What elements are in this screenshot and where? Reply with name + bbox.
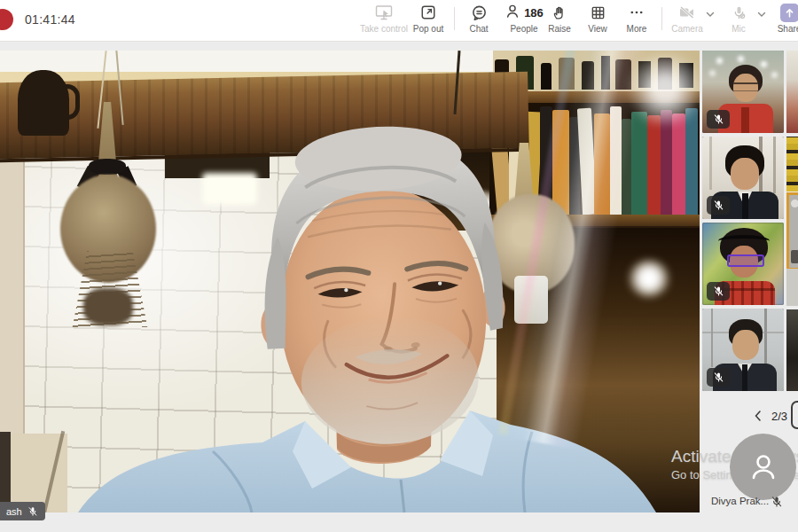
recording-dot-icon [0,9,13,30]
participant-tile-2[interactable] [702,137,784,219]
chat-icon [471,3,488,22]
camera-off-icon [678,3,696,22]
participant-tile-active-speaker[interactable] [786,192,798,270]
mic-muted-icon [707,110,730,129]
more-label: More [627,24,647,34]
people-icon [505,4,520,22]
share-label: Share [778,24,798,34]
meeting-toolbar: 01:41:44 Take control Pop out [0,0,798,42]
share-screen-icon [780,4,798,22]
mic-options-chevron-icon[interactable] [755,9,768,21]
mic-button[interactable]: Mic [720,3,757,39]
mic-muted-icon [27,506,38,517]
share-button[interactable]: Share [770,3,798,39]
main-video-tile [0,51,700,512]
person-icon [744,448,783,487]
page-indicator: 2/3 [771,410,787,423]
speaker-name-tag: ash [0,502,45,520]
participant-tile-4[interactable] [702,309,784,391]
previous-page-chevron-icon[interactable] [752,409,764,423]
more-ellipsis-icon [629,3,645,22]
view-grid-icon [591,3,606,22]
chat-label: Chat [469,24,488,34]
chat-button[interactable]: Chat [459,3,498,39]
mic-muted-icon [771,496,783,508]
participant-tile-overflow-1[interactable] [786,51,798,133]
pop-out-label: Pop out [413,24,443,34]
speaker-name: ash [6,506,22,517]
participant-tile-overflow-3[interactable] [786,269,798,306]
view-button[interactable]: View [578,3,617,39]
camera-label: Camera [671,24,703,34]
camera-options-chevron-icon[interactable] [704,9,716,21]
mic-muted-icon [707,282,730,301]
take-control-label: Take control [360,24,408,34]
speaker-portrait [0,51,700,512]
participant-tile-3[interactable] [702,223,784,305]
participant-tile-1[interactable] [702,51,784,133]
more-button[interactable]: More [617,3,656,39]
mic-label: Mic [732,24,746,34]
mic-muted-icon [707,368,730,387]
meeting-stage: ash [0,41,798,532]
camera-button[interactable]: Camera [667,3,708,39]
participant-tile-overflow-2[interactable] [786,137,798,192]
teams-meeting-window: 01:41:44 Take control Pop out [0,0,798,532]
raise-label: Raise [548,24,571,34]
mic-muted-icon [707,196,730,215]
toolbar-divider [454,7,455,30]
avatar [730,434,796,500]
roster-pagination: 2/3 [752,406,787,426]
participant-tile-overflow-4[interactable] [786,309,798,391]
raise-hand-icon [552,3,567,22]
pop-out-icon [420,3,436,22]
view-label: View [588,24,607,34]
toolbar-divider [661,7,662,30]
pop-out-button[interactable]: Pop out [406,3,450,39]
mic-off-icon [732,3,747,22]
meeting-timer: 01:41:44 [25,12,75,27]
overflow-participant-name: Divya Prak... [711,496,769,506]
next-page-button[interactable] [791,401,798,429]
people-label: People [510,24,537,34]
take-control-icon [375,3,393,22]
raise-hand-button[interactable]: Raise [539,3,580,39]
